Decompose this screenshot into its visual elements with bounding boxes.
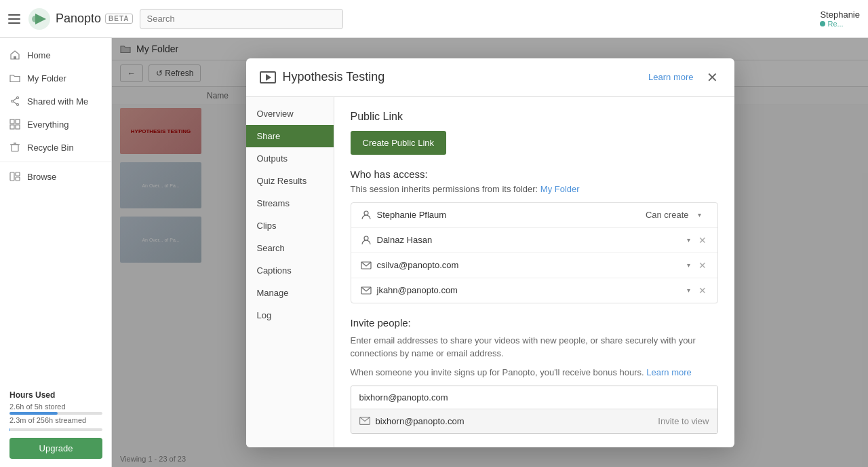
invite-suggestion-row[interactable]: bixhorn@panopto.com Invite to view: [351, 409, 717, 433]
sidebar-item-home[interactable]: Home: [0, 43, 111, 67]
nav-item-quiz-results[interactable]: Quiz Results: [246, 170, 334, 192]
svg-point-5: [17, 104, 19, 106]
invite-to-view-label: Invite to view: [658, 416, 709, 426]
nav-item-streams[interactable]: Streams: [246, 192, 334, 214]
svg-rect-10: [16, 119, 20, 124]
invite-title: Invite people:: [351, 317, 718, 329]
grid-icon: [9, 119, 20, 130]
invite-email-input[interactable]: [351, 386, 717, 409]
modal-title: Hypothesis Testing: [283, 70, 385, 84]
user-status: Re...: [820, 20, 860, 28]
access-chevron-dalnaz[interactable]: ▾: [684, 235, 694, 246]
access-row-jkahn: jkahn@panopto.com ▾ ✕: [351, 278, 717, 303]
modal-overlay: Hypothesis Testing Learn more ✕ Overview…: [112, 38, 868, 467]
user-area: Stephanie Re...: [820, 10, 860, 28]
sidebar-item-my-folder[interactable]: My Folder: [0, 67, 111, 90]
sidebar-item-recycle-bin[interactable]: Recycle Bin: [0, 136, 111, 159]
modal-header-right: Learn more ✕: [648, 69, 720, 86]
svg-point-2: [32, 16, 39, 22]
modal-header: Hypothesis Testing Learn more ✕: [246, 58, 734, 97]
sidebar-divider: [0, 162, 111, 162]
content-area: My Folder ← ↺ Refresh Name Duration: [112, 38, 868, 467]
email-icon-csilva: [361, 260, 372, 271]
access-row-stephanie: Stephanie Pflaum Can create ▾: [351, 203, 717, 228]
stored-progress-bg: [9, 412, 102, 415]
folder-link[interactable]: My Folder: [540, 184, 580, 194]
sidebar-label-home: Home: [27, 50, 51, 60]
search-input[interactable]: [140, 9, 343, 29]
sidebar-label-shared-with-me: Shared with Me: [27, 96, 88, 107]
streamed-progress-bg: [9, 428, 102, 431]
sidebar-label-browse: Browse: [27, 172, 56, 182]
user-icon-dalnaz: [361, 235, 372, 246]
suggestion-email-text: bixhorn@panopto.com: [376, 416, 658, 426]
access-name-csilva: csilva@panopto.com: [377, 260, 684, 270]
create-public-link-button[interactable]: Create Public Link: [351, 131, 447, 155]
hours-stored: 2.6h of 5h stored: [9, 403, 102, 411]
svg-point-20: [364, 236, 368, 240]
home-icon: [9, 50, 20, 60]
svg-point-6: [12, 100, 14, 102]
svg-point-19: [364, 211, 368, 215]
invite-input-area: bixhorn@panopto.com Invite to view: [351, 386, 718, 434]
beta-badge: BETA: [105, 14, 132, 24]
nav-item-outputs[interactable]: Outputs: [246, 147, 334, 170]
svg-point-4: [17, 97, 19, 99]
access-chevron-stephanie[interactable]: ▾: [694, 210, 705, 221]
panopto-logo-icon: [27, 7, 52, 31]
sidebar-label-recycle-bin: Recycle Bin: [27, 143, 74, 153]
stored-progress-fill: [9, 412, 58, 415]
header-learn-more-link[interactable]: Learn more: [648, 72, 693, 82]
access-chevron-jkahn[interactable]: ▾: [684, 285, 694, 296]
svg-rect-13: [12, 145, 18, 151]
email-icon-jkahn: [361, 285, 372, 296]
access-list: Stephanie Pflaum Can create ▾: [351, 202, 718, 303]
access-row-dalnaz: Dalnaz Hasan ▾ ✕: [351, 228, 717, 253]
top-bar: Panopto BETA Stephanie Re...: [0, 0, 868, 38]
access-remove-jkahn[interactable]: ✕: [697, 285, 708, 296]
sidebar-label-everything: Everything: [27, 119, 68, 130]
hours-title: Hours Used: [9, 390, 102, 400]
svg-rect-16: [10, 172, 14, 181]
invite-learn-more-link[interactable]: Learn more: [646, 367, 691, 377]
nav-item-clips[interactable]: Clips: [246, 214, 334, 237]
nav-item-overview[interactable]: Overview: [246, 102, 334, 125]
nav-item-log[interactable]: Log: [246, 304, 334, 326]
status-dot: [820, 21, 825, 26]
sidebar-item-everything[interactable]: Everything: [0, 113, 111, 136]
access-remove-csilva[interactable]: ✕: [697, 260, 708, 271]
svg-rect-18: [16, 177, 20, 181]
svg-rect-3: [14, 56, 16, 59]
svg-line-8: [13, 102, 16, 105]
video-icon: [260, 71, 276, 83]
share-icon: [9, 96, 20, 107]
nav-item-manage[interactable]: Manage: [246, 282, 334, 304]
nav-item-captions[interactable]: Captions: [246, 259, 334, 282]
upgrade-button[interactable]: Upgrade: [9, 438, 102, 459]
sidebar-item-browse[interactable]: Browse: [0, 165, 111, 188]
share-modal: Hypothesis Testing Learn more ✕ Overview…: [246, 58, 734, 447]
access-name-dalnaz: Dalnaz Hasan: [377, 235, 684, 245]
access-row-csilva: csilva@panopto.com ▾ ✕: [351, 253, 717, 278]
access-remove-dalnaz[interactable]: ✕: [697, 235, 708, 246]
access-chevron-csilva[interactable]: ▾: [684, 260, 694, 271]
nav-item-share[interactable]: Share: [246, 125, 334, 147]
trash-icon: [9, 142, 20, 153]
sidebar-label-my-folder: My Folder: [27, 73, 66, 83]
invite-bonus: When someone you invite signs up for Pan…: [351, 367, 718, 377]
inherits-text: This session inherits permissions from i…: [351, 184, 718, 194]
nav-item-search[interactable]: Search: [246, 237, 334, 259]
svg-rect-17: [16, 172, 20, 176]
sidebar-item-shared-with-me[interactable]: Shared with Me: [0, 90, 111, 113]
folder-icon: [9, 73, 20, 83]
access-role-stephanie: Can create: [646, 210, 689, 220]
hours-streamed: 2.3m of 256h streamed: [9, 416, 102, 424]
hamburger-menu[interactable]: [8, 14, 20, 24]
browse-icon: [9, 171, 20, 182]
who-has-access-title: Who has access:: [351, 168, 718, 180]
invite-desc: Enter email addresses to share your vide…: [351, 334, 718, 360]
svg-rect-9: [10, 119, 14, 124]
suggestion-email-icon: [359, 417, 370, 425]
modal-nav: Overview Share Outputs Quiz Results Stre…: [246, 97, 334, 447]
close-button[interactable]: ✕: [705, 69, 721, 86]
